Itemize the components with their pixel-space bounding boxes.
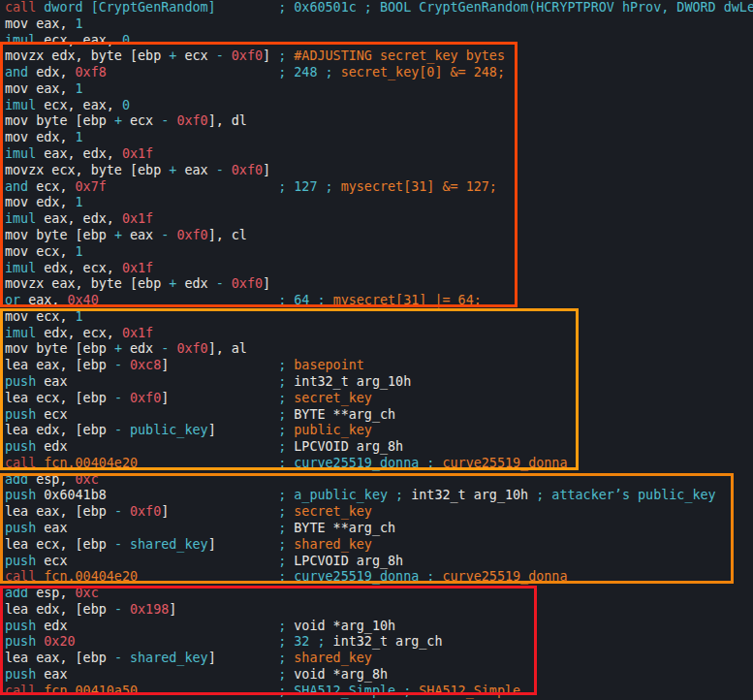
asm-token: ] [208, 537, 216, 552]
asm-token [107, 65, 278, 80]
asm-token: eax, edx, [44, 211, 122, 226]
asm-token: 0xc [76, 586, 99, 600]
asm-token: ; [278, 537, 294, 552]
asm-token: curve25519_donna [443, 569, 568, 584]
asm-line: push 0x20 ; 32 ; int32_t arg_ch [5, 634, 753, 651]
asm-token: 0xf0 [176, 228, 207, 242]
disassembly-terminal[interactable]: call dword [CryptGenRandom] ; 0x60501c ;… [0, 0, 753, 700]
asm-token: eax [44, 521, 67, 535]
asm-token: esp, [36, 472, 75, 487]
asm-token [107, 179, 278, 194]
asm-token: mov edx, [5, 195, 76, 209]
asm-token: secret_key [294, 391, 372, 405]
asm-line: call dword [CryptGenRandom] ; 0x60501c ;… [5, 0, 753, 16]
asm-token: 0x1f [122, 326, 153, 340]
asm-token [122, 602, 130, 617]
asm-token: imul [5, 146, 44, 161]
asm-token: SHA512_Simple [419, 684, 520, 698]
asm-token [224, 163, 232, 177]
asm-token [169, 391, 278, 405]
asm-token: eax [44, 374, 67, 389]
asm-token: basepoint [294, 358, 364, 372]
asm-token: eax [44, 667, 67, 682]
asm-line: imul edx, ecx, 0x1f [5, 326, 753, 342]
asm-token: 0x6041b8 [44, 488, 107, 502]
asm-token: fcn.00410a50 [44, 684, 138, 698]
asm-token: + [114, 228, 122, 242]
asm-token [68, 521, 279, 535]
asm-token: #ADJUSTING secret_key bytes [294, 48, 505, 63]
asm-line: movzx edx, byte [ebp + ecx - 0xf0] ; #AD… [5, 48, 753, 65]
asm-line: imul eax, edx, 0x1f [5, 211, 753, 228]
asm-token [216, 651, 279, 665]
asm-token: push [5, 554, 44, 568]
asm-token: lea ecx, [ebp [5, 537, 114, 552]
asm-token: add [5, 586, 36, 600]
asm-token: - [114, 391, 122, 405]
asm-line: mov eax, 1 [5, 81, 753, 98]
asm-line: mov edx, 1 [5, 195, 753, 211]
asm-line: movzx ecx, byte [ebp + eax - 0xf0] [5, 163, 753, 179]
asm-token [68, 619, 279, 633]
asm-token: dword [CryptGenRandom] [44, 0, 215, 15]
asm-token: ecx [44, 554, 67, 568]
asm-token: int32_t arg_10h [294, 374, 411, 389]
asm-token: ; [278, 619, 294, 633]
asm-token: push [5, 521, 44, 535]
asm-token: 0xf0 [130, 504, 161, 519]
asm-token: ; 64 ; [278, 293, 332, 307]
asm-token: push [5, 374, 44, 389]
asm-token: LPCVOID arg_8h [294, 439, 403, 454]
asm-line: lea eax, [ebp - 0xf0] ; secret_key [5, 504, 753, 521]
asm-token [107, 488, 278, 502]
asm-token: 1 [76, 130, 83, 144]
asm-token: ; 127 ; [278, 179, 341, 194]
asm-token: 0xf0 [176, 113, 207, 128]
asm-token: secret_key [294, 504, 372, 519]
asm-token: push [5, 439, 44, 454]
asm-token: - [114, 651, 122, 665]
asm-token: movzx ecx, byte [ebp [5, 163, 169, 177]
asm-token: ; [278, 407, 294, 422]
asm-token: edx, ecx, [44, 326, 122, 340]
asm-token: ; [278, 391, 294, 405]
asm-token: mov eax, [5, 16, 76, 31]
asm-line: mov eax, 1 [5, 16, 753, 33]
asm-line: push ecx ; LPCVOID arg_8h [5, 554, 753, 570]
asm-token: eax, [28, 293, 67, 307]
asm-token: ; [278, 48, 294, 63]
asm-token: 0x1f [122, 261, 153, 275]
asm-line: push eax ; int32_t arg_10h [5, 374, 753, 391]
asm-token: int32_t arg_ch [333, 634, 443, 649]
asm-line: mov ecx, 1 [5, 244, 753, 261]
asm-token [122, 358, 130, 372]
asm-line: mov byte [ebp + ecx - 0xf0], dl [5, 113, 753, 130]
disassembly-view: call dword [CryptGenRandom] ; 0x60501c ;… [0, 0, 753, 700]
asm-token: push [5, 407, 44, 422]
asm-line: mov byte [ebp + edx - 0xf0], al [5, 341, 753, 358]
asm-token: and [5, 179, 36, 194]
asm-token: ecx [122, 113, 161, 128]
asm-line: imul ecx, eax, 0 [5, 98, 753, 114]
asm-token: 1 [76, 195, 83, 209]
asm-token: public_key [130, 423, 208, 437]
asm-token: 1 [76, 309, 83, 324]
asm-token: void *arg_8h [294, 667, 388, 682]
asm-token: ; [278, 667, 294, 682]
asm-token: ], dl [208, 113, 247, 128]
asm-token: add [5, 472, 36, 487]
asm-token: mysecret[31] |= 64; [333, 293, 482, 307]
asm-token: lea edx, [ebp [5, 423, 114, 437]
asm-token: - [216, 163, 224, 177]
asm-token [224, 48, 232, 63]
asm-token: edx, ecx, [44, 261, 122, 275]
asm-token [138, 569, 278, 584]
asm-token: shared_key [294, 651, 372, 665]
asm-line: mov byte [ebp + eax - 0xf0], cl [5, 228, 753, 244]
asm-token: - [216, 48, 224, 63]
asm-line: lea edx, [ebp - public_key] ; public_key [5, 423, 753, 439]
asm-token: push [5, 488, 44, 502]
asm-token: ; 32 ; [278, 634, 332, 649]
asm-token [122, 423, 130, 437]
asm-line: lea eax, [ebp - shared_key] ; shared_key [5, 651, 753, 667]
